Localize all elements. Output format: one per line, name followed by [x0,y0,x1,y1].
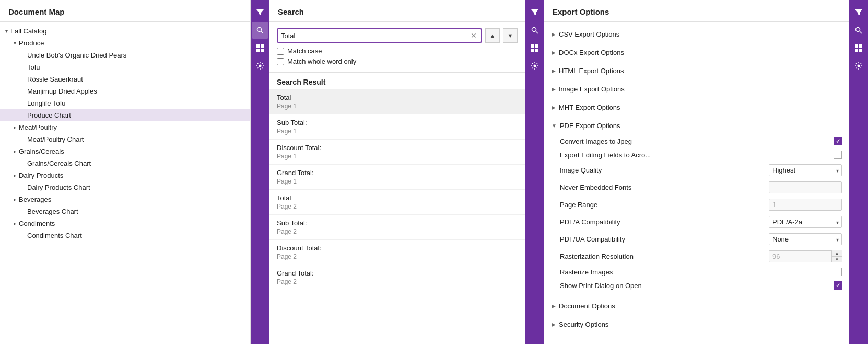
export-section-docx-header[interactable]: ▶ DOCx Export Options [552,46,842,59]
result-page: Page 1 [277,153,518,160]
search-input[interactable] [281,32,470,40]
pdfua-compat-select[interactable]: None PDF/UA-1 [769,233,842,245]
structure-button[interactable] [252,40,268,56]
settings-button-3[interactable] [850,58,867,74]
show-print-dialog-label: Show Print Dialog on Open [560,282,654,290]
tree-item-condiments[interactable]: ▸ Condiments [0,217,250,230]
chevron-down-icon: ▼ [552,123,557,129]
search-prev-button[interactable]: ▲ [485,28,500,43]
search-button-2[interactable] [526,22,543,39]
tree-item-rossle[interactable]: Rössl​e Sauerkraut [0,73,250,85]
result-page: Page 1 [277,178,518,185]
tree-item-meat[interactable]: ▸ Meat/Poultry [0,121,250,133]
svg-rect-17 [859,44,862,48]
tree-item-label: Condiments [19,220,246,227]
export-section-document-header[interactable]: ▶ Document Options [552,300,842,313]
chevron-right-icon: ▶ [552,31,556,37]
export-section-mht-header[interactable]: ▶ MHT Export Options [552,101,842,114]
match-whole-word-label: Match whole word only [287,58,356,65]
tree-item-label: Dairy Products Chart [27,184,246,191]
result-page: Page 2 [277,253,518,260]
export-section-csv-header[interactable]: ▶ CSV Export Options [552,28,842,41]
filter-button-2[interactable] [526,4,543,21]
never-embedded-fonts-input[interactable] [769,181,842,193]
result-title: Sub Total: [277,119,518,127]
rasterize-images-checkbox[interactable] [834,268,842,276]
result-item[interactable]: Total Page 1 [269,89,525,114]
never-embedded-fonts-control [769,181,842,193]
svg-point-7 [532,28,536,32]
search-button[interactable] [252,22,268,39]
result-item[interactable]: Total Page 2 [269,190,525,215]
export-section-security-header[interactable]: ▶ Security Options [552,318,842,331]
tree-item-produce-chart[interactable]: ▸ Produce Chart [0,109,250,121]
tree-item-beverages-chart[interactable]: ▸ Beverages Chart [0,205,250,217]
result-page: Page 2 [277,278,518,285]
search-next-button[interactable]: ▼ [503,28,518,43]
tree-item-produce[interactable]: ▾ Produce [0,37,250,49]
image-quality-select-wrap: Lowest Low Medium High Highest [769,164,842,176]
result-item[interactable]: Sub Total: Page 2 [269,215,525,240]
left-toolbar-strip [251,0,269,344]
page-range-input[interactable] [769,199,842,211]
tree-item-dairy[interactable]: ▸ Dairy Products [0,169,250,181]
tree-item-dairy-chart[interactable]: ▸ Dairy Products Chart [0,181,250,193]
export-section-csv-label: CSV Export Options [559,30,619,38]
export-options-title: Export Options [544,0,849,22]
chevron-right-icon: ▶ [552,50,556,55]
tree-item-grains[interactable]: ▸ Grains/Cereals [0,145,250,157]
tree-item-label: Condiments Chart [27,232,246,239]
tree-item-label: Meat/Poultry [19,123,246,131]
result-item[interactable]: Grand Total: Page 2 [269,265,525,290]
result-page: Page 1 [277,102,518,110]
settings-button-2[interactable] [526,58,543,74]
export-section-security: ▶ Security Options [544,315,849,334]
export-section-pdf-header[interactable]: ▼ PDF Export Options [552,119,842,132]
tree-item-manjimup[interactable]: Manjimup Dried Apples [0,85,250,97]
convert-images-label: Convert Images to Jpeg [560,137,654,145]
show-print-dialog-checkbox[interactable] [834,281,842,290]
page-range-label: Page Range [560,201,654,209]
tree-item-longlife[interactable]: Longlife Tofu [0,97,250,109]
export-section-image-header[interactable]: ▶ Image Export Options [552,83,842,96]
search-button-3[interactable] [850,22,867,39]
tree-item-condiments-chart[interactable]: ▸ Condiments Chart [0,230,250,242]
spinner-down-button[interactable]: ▼ [832,257,842,262]
pdfa-compat-select[interactable]: None PDF/A-1b PDF/A-2a PDF/A-2b PDF/A-3b [769,216,842,228]
chevron-icon: ▸ [10,124,19,130]
tree-item-tofu[interactable]: Tofu [0,61,250,73]
result-title: Sub Total: [277,219,518,227]
chevron-right-icon: ▶ [552,68,556,74]
structure-button-3[interactable] [850,40,867,56]
svg-line-15 [860,31,862,33]
tree-item-beverages[interactable]: ▸ Beverages [0,193,250,205]
result-item[interactable]: Discount Total: Page 1 [269,140,525,165]
image-quality-select[interactable]: Lowest Low Medium High Highest [769,164,842,176]
rasterization-resolution-input[interactable] [769,250,842,262]
chevron-right-icon: ▶ [552,322,556,327]
tree-item-meat-chart[interactable]: ▸ Meat/Poultry Chart [0,133,250,145]
result-item[interactable]: Discount Total: Page 2 [269,240,525,265]
convert-images-checkbox[interactable] [834,137,842,145]
settings-button[interactable] [252,58,268,74]
filter-button-3[interactable] [850,4,867,21]
match-case-checkbox[interactable] [277,48,284,55]
svg-rect-2 [256,44,260,48]
document-map-panel: Document Map ▾ Fall Catalog ▾ Produce Un… [0,0,251,344]
search-clear-button[interactable]: ✕ [470,31,478,40]
result-title: Discount Total: [277,244,518,252]
spinner-up-button[interactable]: ▲ [832,250,842,257]
tree-item-label: Beverages Chart [27,208,246,215]
chevron-right-icon: ▶ [552,105,556,110]
match-whole-word-checkbox[interactable] [277,58,284,65]
structure-button-2[interactable] [526,40,543,56]
chevron-right-icon: ▶ [552,303,556,309]
result-item[interactable]: Grand Total: Page 1 [269,165,525,190]
export-editing-fields-checkbox[interactable] [834,151,842,159]
tree-item-grains-chart[interactable]: ▸ Grains/Cereals Chart [0,157,250,169]
filter-button[interactable] [252,4,268,21]
tree-item-fall-catalog[interactable]: ▾ Fall Catalog [0,25,250,37]
result-item[interactable]: Sub Total: Page 1 [269,114,525,140]
export-section-html-header[interactable]: ▶ HTML Export Options [552,64,842,77]
tree-item-uncle-bobs[interactable]: Uncle Bob's Organic Dried Pears [0,49,250,61]
